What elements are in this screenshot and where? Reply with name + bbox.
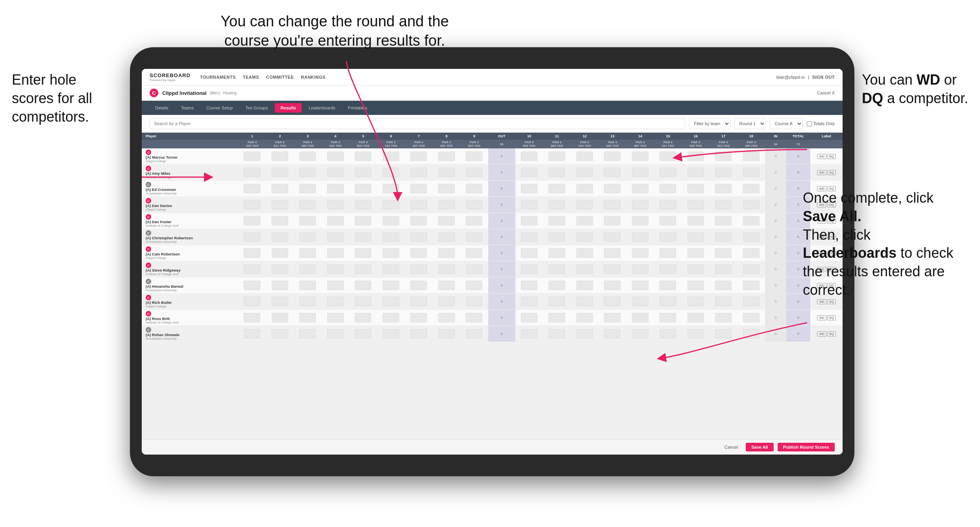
hole-11-score[interactable] <box>543 294 571 310</box>
score-input-11[interactable] <box>548 184 565 193</box>
hole-9-score[interactable] <box>460 213 488 229</box>
score-input-16[interactable] <box>687 184 704 193</box>
hole-1-score[interactable] <box>238 310 266 326</box>
hole-9-score[interactable] <box>460 165 488 181</box>
score-input-1[interactable] <box>244 297 260 306</box>
score-input-1[interactable] <box>244 329 260 338</box>
hole-2-score[interactable] <box>266 165 294 181</box>
hole-16-score[interactable] <box>682 326 710 342</box>
hole-5-score[interactable] <box>349 165 377 181</box>
score-input-9[interactable] <box>466 297 482 306</box>
hole-3-score[interactable] <box>294 261 322 277</box>
tab-printables[interactable]: Printables <box>343 103 373 113</box>
score-input-5[interactable] <box>355 329 371 338</box>
hole-18-score[interactable] <box>737 294 765 310</box>
score-input-1[interactable] <box>244 184 260 193</box>
score-input-16[interactable] <box>687 281 704 290</box>
hole-4-score[interactable] <box>322 245 350 261</box>
score-input-18[interactable] <box>743 232 760 242</box>
score-input-12[interactable] <box>576 281 593 290</box>
hole-14-score[interactable] <box>626 261 654 277</box>
score-input-15[interactable] <box>660 297 676 306</box>
hole-10-score[interactable] <box>515 148 543 165</box>
score-input-5[interactable] <box>355 264 371 274</box>
score-input-9[interactable] <box>466 152 482 161</box>
tab-results[interactable]: Results <box>275 103 302 113</box>
score-input-16[interactable] <box>687 232 704 242</box>
score-input-15[interactable] <box>660 200 676 209</box>
hole-9-score[interactable] <box>460 245 488 261</box>
score-input-13[interactable] <box>604 248 621 258</box>
score-input-17[interactable] <box>715 200 732 209</box>
dq-button[interactable]: DQ <box>827 154 836 159</box>
hole-7-score[interactable] <box>405 261 433 277</box>
score-input-3[interactable] <box>299 216 316 226</box>
score-input-1[interactable] <box>244 264 260 274</box>
hole-12-score[interactable] <box>571 229 599 245</box>
hole-8-score[interactable] <box>433 165 461 181</box>
totals-only-checkbox[interactable] <box>807 121 812 126</box>
hole-8-score[interactable] <box>433 229 461 245</box>
score-input-3[interactable] <box>299 168 316 177</box>
score-input-14[interactable] <box>632 281 648 290</box>
hole-10-score[interactable] <box>515 277 543 294</box>
tab-leaderboards[interactable]: Leaderboards <box>303 103 341 113</box>
score-input-11[interactable] <box>548 152 565 161</box>
score-input-18[interactable] <box>743 264 760 274</box>
hole-3-score[interactable] <box>294 245 322 261</box>
hole-15-score[interactable] <box>654 245 682 261</box>
score-input-7[interactable] <box>410 248 427 258</box>
score-input-10[interactable] <box>521 313 537 322</box>
score-input-7[interactable] <box>410 297 427 306</box>
score-input-14[interactable] <box>632 152 648 161</box>
hole-1-score[interactable] <box>238 277 266 294</box>
score-input-4[interactable] <box>327 152 344 161</box>
score-input-6[interactable] <box>383 232 399 242</box>
hole-2-score[interactable] <box>266 181 294 197</box>
score-input-12[interactable] <box>576 200 593 209</box>
nav-teams[interactable]: TEAMS <box>243 75 259 80</box>
score-input-9[interactable] <box>466 200 482 209</box>
hole-5-score[interactable] <box>349 261 377 277</box>
score-input-5[interactable] <box>355 200 371 209</box>
hole-18-score[interactable] <box>737 277 765 294</box>
hole-6-score[interactable] <box>377 326 405 342</box>
score-input-2[interactable] <box>272 216 288 226</box>
hole-1-score[interactable] <box>238 261 266 277</box>
hole-16-score[interactable] <box>682 245 710 261</box>
score-input-11[interactable] <box>548 232 565 242</box>
wd-button[interactable]: WD <box>817 331 826 337</box>
hole-5-score[interactable] <box>349 197 377 213</box>
hole-5-score[interactable] <box>349 294 377 310</box>
score-input-6[interactable] <box>383 168 399 177</box>
hole-15-score[interactable] <box>654 261 682 277</box>
score-input-15[interactable] <box>660 168 676 177</box>
hole-5-score[interactable] <box>349 326 377 342</box>
hole-8-score[interactable] <box>433 181 461 197</box>
score-input-12[interactable] <box>576 152 593 161</box>
hole-11-score[interactable] <box>543 245 571 261</box>
dq-button[interactable]: DQ <box>827 315 836 320</box>
score-input-4[interactable] <box>327 248 344 258</box>
score-input-18[interactable] <box>743 168 760 177</box>
nav-rankings[interactable]: RANKINGS <box>301 75 326 80</box>
score-input-10[interactable] <box>521 152 537 161</box>
hole-8-score[interactable] <box>433 294 461 310</box>
hole-10-score[interactable] <box>515 181 543 197</box>
score-input-18[interactable] <box>743 152 760 161</box>
hole-6-score[interactable] <box>377 181 405 197</box>
hole-18-score[interactable] <box>737 197 765 213</box>
score-input-16[interactable] <box>687 329 704 338</box>
hole-10-score[interactable] <box>515 197 543 213</box>
tab-course-setup[interactable]: Course Setup <box>201 103 238 113</box>
score-input-8[interactable] <box>438 152 455 161</box>
score-input-11[interactable] <box>548 168 565 177</box>
hole-11-score[interactable] <box>543 326 571 342</box>
hole-12-score[interactable] <box>571 197 599 213</box>
hole-16-score[interactable] <box>682 294 710 310</box>
hole-6-score[interactable] <box>377 294 405 310</box>
score-input-17[interactable] <box>715 248 732 258</box>
score-input-17[interactable] <box>715 168 732 177</box>
score-input-17[interactable] <box>715 152 732 161</box>
score-input-9[interactable] <box>466 313 482 322</box>
